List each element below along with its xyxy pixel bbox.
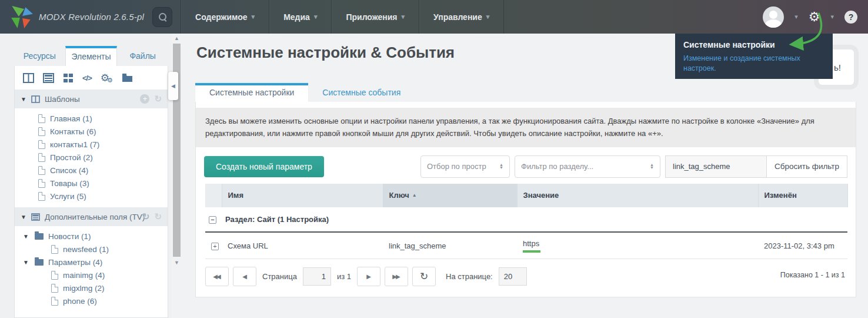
- scroll-up-icon[interactable]: ▲: [174, 35, 179, 41]
- search-filter-input[interactable]: [665, 155, 766, 178]
- scroll-down-icon[interactable]: ▼: [174, 260, 179, 266]
- edited-marker: [523, 250, 540, 253]
- plugins-gears-icon[interactable]: ⚙⚙: [101, 72, 113, 84]
- page-of-label: из 1: [337, 272, 351, 281]
- tv-section-header[interactable]: ▼ Дополнительные поля (TV) ↻ ↻: [15, 207, 168, 226]
- tooltip-description: Изменение и создание системных настроек.: [683, 54, 816, 74]
- caret-down-icon: ▼: [23, 259, 30, 266]
- tree-item-tv[interactable]: mainimg (4): [15, 269, 168, 281]
- next-page-button[interactable]: ▶: [357, 267, 380, 286]
- pagination-summary: Показано 1 - 1 из 1: [780, 271, 845, 279]
- search-button[interactable]: [152, 7, 172, 27]
- tree-item-template[interactable]: контакты1 (7): [15, 138, 168, 151]
- tab-system-events[interactable]: Системные события: [308, 83, 415, 102]
- tab-files[interactable]: Файлы: [117, 46, 168, 66]
- tree-item-label: Список (4): [50, 166, 88, 175]
- folder-icon: [35, 259, 44, 266]
- refresh-icon[interactable]: ↻: [154, 211, 162, 222]
- create-setting-button[interactable]: Создать новый параметр: [204, 156, 324, 177]
- help-icon[interactable]: ?: [844, 11, 857, 24]
- gear-menu-tooltip: Системные настройки Изменение и создание…: [675, 34, 833, 79]
- tree-item-label: phone (6): [63, 297, 97, 306]
- tree-item-template[interactable]: Простой (2): [15, 151, 168, 164]
- gear-icon[interactable]: ⚙: [809, 11, 820, 24]
- tree-folder-params[interactable]: ▼Параметры (4): [15, 256, 168, 269]
- refresh-icon[interactable]: ↻: [154, 94, 162, 104]
- settings-panel: Здесь вы можете изменить основные опции …: [195, 102, 856, 297]
- expand-row-icon[interactable]: +: [211, 243, 219, 250]
- group-row-site[interactable]: − Раздел: Сайт (1 Настройка): [205, 207, 847, 232]
- tab-system-settings[interactable]: Системные настройки: [195, 83, 308, 102]
- tree-item-template[interactable]: Услуги (5): [15, 190, 168, 203]
- collapse-group-icon[interactable]: −: [209, 216, 216, 224]
- document-icon: [38, 166, 45, 175]
- tv-list-icon: [31, 213, 40, 221]
- per-page-input[interactable]: [499, 267, 527, 286]
- tooltip-title: Системные настройки: [683, 40, 824, 49]
- user-avatar[interactable]: [763, 6, 784, 28]
- namespace-filter-select[interactable]: Отбор по простр ▲▼: [420, 155, 510, 178]
- chunks-grid-icon[interactable]: [63, 73, 74, 83]
- add-template-icon[interactable]: +: [140, 94, 149, 104]
- chevron-down-icon[interactable]: ▾: [830, 14, 834, 20]
- page-number-input[interactable]: [303, 267, 331, 286]
- tab-resources[interactable]: Ресурсы: [14, 46, 65, 66]
- menu-media[interactable]: Медиа ▾: [269, 0, 331, 34]
- column-header-value[interactable]: Значение: [517, 184, 758, 207]
- menu-manage-label: Управление: [433, 12, 482, 22]
- snippets-code-icon[interactable]: </>: [82, 74, 92, 82]
- caret-down-icon: ▼: [23, 233, 30, 240]
- chevron-down-icon: ▾: [486, 14, 490, 20]
- document-icon: [51, 245, 58, 254]
- document-icon: [38, 127, 45, 136]
- chevron-down-icon: ▾: [314, 14, 318, 20]
- menu-content[interactable]: Содержимое ▾: [181, 0, 269, 34]
- tree-item-tv[interactable]: phone (6): [15, 294, 168, 307]
- tree-item-tv[interactable]: newsfeed (1): [15, 243, 168, 256]
- last-page-button[interactable]: ▶▶: [385, 267, 408, 286]
- setting-value-cell[interactable]: https: [517, 232, 758, 259]
- clear-filter-button[interactable]: Сбросить фильтр: [766, 155, 847, 178]
- spinner-arrows-icon: ▲▼: [643, 164, 654, 169]
- sort-asc-icon: ▲: [412, 193, 417, 198]
- setting-row[interactable]: + Схема URL link_tag_scheme https 2023-1…: [205, 232, 847, 259]
- refresh-icon: ↻: [420, 270, 428, 283]
- tree-folder-news[interactable]: ▼Новости (1): [15, 230, 168, 243]
- main-menu: Содержимое ▾ Медиа ▾ Приложения ▾ Управл…: [181, 0, 504, 34]
- categories-folder-icon[interactable]: [122, 73, 133, 82]
- folder-icon: [35, 233, 44, 240]
- caret-down-icon: ▼: [21, 214, 26, 220]
- tree-item-template[interactable]: Главная (1): [15, 112, 168, 125]
- navbar-right-cluster: ▾ ⚙ ▾ ?: [763, 0, 857, 34]
- templates-icon[interactable]: [23, 73, 34, 83]
- refresh-icon[interactable]: ↻: [142, 211, 150, 222]
- tree-item-template[interactable]: Список (4): [15, 164, 168, 177]
- tree-item-template[interactable]: Контакты (6): [15, 125, 168, 138]
- tv-list-icon[interactable]: [43, 73, 54, 83]
- templates-section-header[interactable]: ▼ Шаблоны + ↻: [15, 90, 168, 108]
- prev-page-button[interactable]: ◀: [233, 267, 256, 286]
- tree-item-tv[interactable]: migxlmg (2): [15, 281, 168, 294]
- tree-item-label: Главная (1): [50, 114, 92, 123]
- document-icon: [51, 271, 58, 280]
- column-header-name[interactable]: Имя: [222, 184, 383, 207]
- menu-content-label: Содержимое: [195, 12, 248, 22]
- modx-logo-icon[interactable]: [9, 5, 34, 29]
- first-page-button[interactable]: ◀◀: [205, 267, 229, 286]
- menu-extras-label: Приложения: [346, 12, 397, 22]
- menu-extras[interactable]: Приложения ▾: [331, 0, 419, 34]
- column-header-key[interactable]: Ключ▲: [383, 184, 517, 207]
- tree-item-template[interactable]: Товары (3): [15, 177, 168, 190]
- tree-item-label: Новости (1): [48, 232, 91, 241]
- column-header-modified[interactable]: Изменён: [758, 184, 847, 207]
- settings-tabs: Системные настройки Системные события: [195, 83, 415, 102]
- chevron-down-icon[interactable]: ▾: [794, 14, 798, 20]
- tab-elements[interactable]: Элементы: [65, 46, 118, 66]
- top-navbar: MODX Revolution 2.6.5-pl Содержимое ▾ Ме…: [0, 0, 868, 34]
- refresh-grid-button[interactable]: ↻: [412, 267, 436, 286]
- area-filter-select[interactable]: Фильтр по разделу... ▲▼: [515, 155, 660, 178]
- menu-manage[interactable]: Управление ▾: [419, 0, 504, 34]
- group-collapse-cell: −: [205, 207, 222, 232]
- panel-description: Здесь вы можете изменить основные опции …: [196, 108, 856, 147]
- sidebar-collapse-handle[interactable]: ◀: [168, 72, 178, 100]
